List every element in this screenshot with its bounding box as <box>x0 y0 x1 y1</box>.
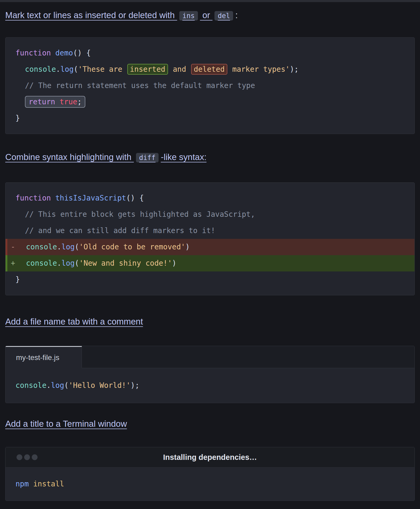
heading-text: Combine syntax highlighting with <box>5 152 134 162</box>
function-name-token: log <box>60 65 74 74</box>
window-dots <box>17 454 38 460</box>
punctuation-token: . <box>57 243 61 251</box>
diff-plus-sign: + <box>11 255 15 271</box>
keyword-token: function <box>15 194 55 202</box>
file-name-tab: my-test-file.js <box>6 346 82 368</box>
tab-bar: my-test-file.js <box>6 346 414 368</box>
punctuation-token: . <box>46 381 51 390</box>
punctuation-token: ); <box>290 65 299 74</box>
punctuation-token: ; <box>77 97 82 106</box>
window-dot-icon <box>17 454 22 460</box>
heading-file-tab-link[interactable]: Add a file name tab with a comment <box>5 317 143 326</box>
default-mark: return true; <box>25 96 85 108</box>
function-name-token: log <box>51 381 64 390</box>
window-dot-icon <box>24 454 30 460</box>
punctuation-token: () { <box>73 49 91 57</box>
terminal-command-line: npm install <box>6 476 414 492</box>
doc-content: Mark text or lines as inserted or delete… <box>0 9 420 501</box>
file-name-label: my-test-file.js <box>16 353 59 362</box>
diff-minus-sign: - <box>11 239 15 255</box>
diff-del-line: -console.log('Old code to be removed') <box>6 239 414 255</box>
punctuation-token: ( <box>74 65 78 74</box>
punctuation-token: ( <box>75 243 79 251</box>
inline-code-diff: diff <box>136 153 159 162</box>
punctuation-token: } <box>15 275 20 284</box>
comment-token: // This entire block gets highlighted as… <box>25 210 255 219</box>
tab-code-body: console.log('Hello World!'); <box>6 368 414 403</box>
heading-colon: : <box>235 10 238 20</box>
punctuation-token: ( <box>64 381 69 390</box>
punctuation-token: } <box>15 114 20 122</box>
code-line: } <box>6 110 414 126</box>
string-token: 'New and shiny code!' <box>79 259 172 268</box>
code-block-marker-types: function demo() { console.log('These are… <box>5 37 415 134</box>
heading-text: Add a file name tab with a comment <box>5 317 143 326</box>
heading-text: -like syntax: <box>161 152 206 162</box>
string-token: 'These are <box>78 65 127 74</box>
space-token <box>29 480 33 488</box>
punctuation-token: ) <box>185 243 190 251</box>
punctuation-token: . <box>57 259 61 268</box>
terminal-window: Installing dependencies… npm install <box>5 447 415 501</box>
terminal-header: Installing dependencies… <box>6 447 414 467</box>
keyword-token: return <box>29 97 60 106</box>
inserted-mark: inserted <box>127 64 168 75</box>
keyword-token: function <box>15 49 55 57</box>
argument-token: install <box>33 480 64 488</box>
punctuation-token: . <box>56 65 60 74</box>
string-token: 'Hello World!' <box>69 381 130 390</box>
heading-text: Add a title to a Terminal window <box>5 419 127 429</box>
window-dot-icon <box>32 454 38 460</box>
punctuation-token: () { <box>126 194 144 202</box>
code-line: console.log('These are inserted and dele… <box>6 61 414 78</box>
code-line: // The return statement uses the default… <box>6 78 414 94</box>
object-token: console <box>26 243 57 251</box>
boolean-token: true <box>60 97 77 106</box>
heading-ins-del-link[interactable]: Mark text or lines as inserted or delete… <box>5 10 235 20</box>
inline-code-ins: ins <box>179 11 198 20</box>
object-token: console <box>26 259 57 268</box>
code-line: function demo() { <box>6 45 414 61</box>
object-token: console <box>15 381 46 390</box>
punctuation-token: ) <box>172 259 176 268</box>
command-token: npm <box>15 480 29 488</box>
inline-code-del: del <box>214 11 233 20</box>
string-token: 'Old code to be removed' <box>79 243 185 251</box>
function-name-token: demo <box>55 49 73 57</box>
heading-terminal-title-link[interactable]: Add a title to a Terminal window <box>5 419 127 429</box>
code-block-diff: function thisIsJavaScript() { // This en… <box>5 182 415 295</box>
deleted-mark: deleted <box>191 64 227 75</box>
heading-ins-del: Mark text or lines as inserted or delete… <box>5 9 415 22</box>
code-line: // and we can still add diff markers to … <box>6 223 414 239</box>
terminal-body: npm install <box>6 467 414 501</box>
code-line: console.log('Hello World!'); <box>6 377 414 394</box>
string-token: marker types' <box>228 65 290 74</box>
heading-terminal-title: Add a title to a Terminal window <box>5 418 415 430</box>
punctuation-token: ( <box>75 259 79 268</box>
code-line: // This entire block gets highlighted as… <box>6 206 414 223</box>
heading-diff-syntax: Combine syntax highlighting with diff-li… <box>5 151 415 163</box>
heading-text: or <box>200 10 213 20</box>
punctuation-token: ); <box>130 381 139 390</box>
function-name-token: log <box>61 259 75 268</box>
comment-token: // and we can still add diff markers to … <box>25 226 215 235</box>
code-block-file-tab: my-test-file.js console.log('Hello World… <box>5 346 415 403</box>
terminal-title: Installing dependencies… <box>163 453 257 462</box>
code-line: } <box>6 271 414 288</box>
heading-diff-syntax-link[interactable]: Combine syntax highlighting with diff-li… <box>5 152 207 162</box>
function-name-token: log <box>61 243 75 251</box>
string-token: and <box>169 65 191 74</box>
code-line: function thisIsJavaScript() { <box>6 190 414 206</box>
function-name-token: thisIsJavaScript <box>55 194 126 202</box>
top-edge-strip <box>0 0 420 2</box>
heading-file-tab: Add a file name tab with a comment <box>5 316 415 327</box>
code-line: return true; <box>6 94 414 110</box>
object-token: console <box>25 65 56 74</box>
comment-token: // The return statement uses the default… <box>25 81 255 90</box>
heading-text: Mark text or lines as inserted or delete… <box>5 10 177 20</box>
diff-ins-line: +console.log('New and shiny code!') <box>6 255 414 271</box>
